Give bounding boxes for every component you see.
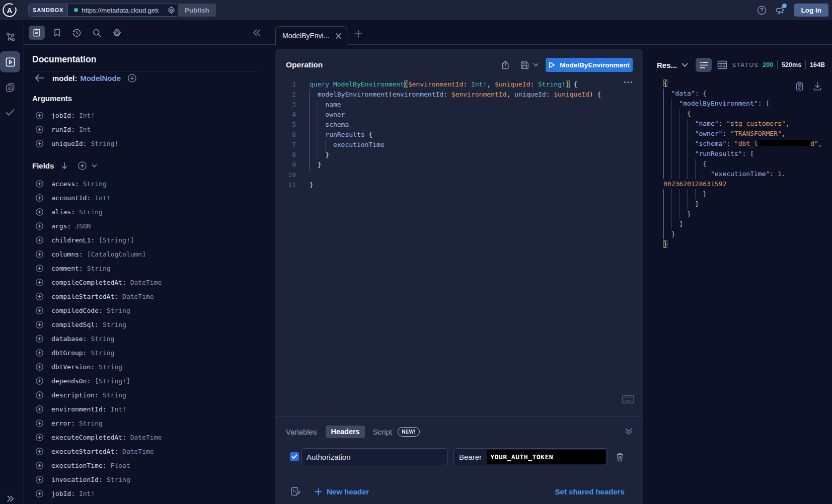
table-view-icon[interactable]	[717, 60, 727, 69]
doc-field-type[interactable]: String	[87, 265, 111, 272]
graph-icon[interactable]	[0, 27, 20, 47]
doc-field-name[interactable]: childrenL1:	[51, 236, 95, 244]
add-to-operation-icon[interactable]	[36, 377, 43, 385]
new-header-button[interactable]: New header	[315, 487, 369, 496]
add-to-operation-icon[interactable]	[36, 180, 43, 188]
add-to-operation-icon[interactable]	[36, 307, 43, 314]
add-to-operation-icon[interactable]	[36, 321, 43, 328]
doc-field-name[interactable]: access:	[51, 180, 79, 188]
doc-field-name[interactable]: environmentId:	[51, 405, 107, 413]
add-to-operation-icon[interactable]	[36, 349, 43, 357]
tab-variables[interactable]: Variables	[286, 428, 317, 436]
copy-response-icon[interactable]	[795, 81, 804, 91]
tab-script[interactable]: Script	[373, 428, 392, 436]
doc-type-link[interactable]: ModelNode	[80, 74, 121, 82]
operation-tab[interactable]: ModelByEnvi...	[275, 26, 347, 45]
response-json[interactable]: { "data": { "modelByEnvironment": [ { "n…	[663, 78, 831, 249]
add-to-operation-icon[interactable]	[36, 265, 43, 272]
doc-field-name[interactable]: executeCompletedAt:	[51, 434, 126, 441]
connection-settings-icon[interactable]	[167, 6, 176, 15]
line-options-icon[interactable]	[624, 81, 633, 83]
add-to-operation-icon[interactable]	[36, 448, 43, 455]
doc-field-type[interactable]: Float	[111, 462, 130, 469]
doc-field-name[interactable]: compiledSql:	[51, 321, 99, 328]
add-to-operation-icon[interactable]	[36, 363, 43, 371]
add-to-operation-icon[interactable]	[36, 335, 43, 343]
doc-field-type[interactable]: Int!	[79, 112, 95, 119]
add-to-operation-icon[interactable]	[36, 462, 43, 469]
run-operation-button[interactable]: ModelByEnvironment	[546, 58, 633, 72]
add-to-operation-icon[interactable]	[36, 476, 43, 483]
doc-field-name[interactable]: compiledCode:	[51, 307, 103, 314]
doc-field-type[interactable]: JSON	[75, 222, 91, 230]
doc-field-type[interactable]: String	[107, 307, 130, 314]
save-icon[interactable]	[520, 60, 539, 70]
doc-field-type[interactable]: String	[99, 363, 122, 371]
doc-field-type[interactable]: String	[79, 208, 103, 216]
doc-field-type[interactable]: String	[103, 321, 126, 328]
formatted-view-icon[interactable]	[696, 58, 712, 72]
search-icon[interactable]	[89, 26, 105, 40]
collapse-dock-icon[interactable]	[625, 428, 633, 436]
doc-field-type[interactable]: DateTime	[122, 448, 154, 455]
add-to-operation-icon[interactable]	[36, 490, 43, 497]
doc-field-type[interactable]: [String!]	[99, 236, 134, 244]
tab-headers[interactable]: Headers	[326, 426, 364, 438]
help-icon[interactable]	[757, 6, 767, 15]
doc-field-name[interactable]: dbtVersion:	[51, 363, 95, 371]
doc-field-type[interactable]: Int!	[95, 194, 110, 202]
doc-field-type[interactable]: String!	[91, 140, 118, 147]
doc-field-name[interactable]: columns:	[51, 250, 83, 258]
doc-field-type[interactable]: Int!	[79, 490, 95, 497]
doc-field-type[interactable]: DateTime	[130, 434, 162, 441]
doc-field-name[interactable]: args:	[51, 222, 71, 230]
add-to-operation-icon[interactable]	[36, 222, 43, 230]
schema-docs-icon[interactable]	[29, 26, 45, 40]
login-button[interactable]: Log in	[794, 4, 829, 17]
add-to-operation-icon[interactable]	[36, 391, 43, 399]
keyboard-shortcuts-icon[interactable]	[622, 395, 634, 403]
doc-field-name[interactable]: description:	[51, 391, 99, 399]
doc-field-name[interactable]: runId:	[51, 126, 75, 133]
doc-field-type[interactable]: [CatalogColumn]	[87, 250, 146, 258]
add-to-operation-icon[interactable]	[36, 279, 43, 286]
bookmarks-icon[interactable]	[49, 26, 65, 40]
doc-field-type[interactable]: String	[91, 335, 114, 343]
expand-rail-icon[interactable]	[0, 488, 20, 504]
doc-field-type[interactable]: Int	[79, 126, 91, 133]
doc-field-type[interactable]: DateTime	[130, 279, 162, 286]
doc-field-type[interactable]: String	[79, 419, 103, 427]
doc-field-name[interactable]: error:	[51, 419, 75, 427]
doc-field-name[interactable]: alias:	[51, 208, 75, 216]
doc-field-name[interactable]: accountId:	[51, 194, 91, 202]
collapse-sidebar-icon[interactable]	[249, 26, 265, 40]
add-to-operation-icon[interactable]	[36, 236, 43, 244]
header-enabled-checkbox[interactable]	[290, 452, 299, 461]
add-to-operation-icon[interactable]	[36, 405, 43, 413]
preflight-script-icon[interactable]	[290, 486, 300, 496]
apollo-logo[interactable]: A	[2, 3, 17, 18]
doc-field-name[interactable]: dependsOn:	[51, 377, 91, 385]
sort-fields-icon[interactable]	[61, 162, 68, 170]
doc-field-type[interactable]: String	[103, 391, 126, 399]
query-editor[interactable]: 1query ModelByEnvironment($environmentId…	[275, 79, 643, 190]
add-to-operation-icon[interactable]	[36, 250, 43, 258]
header-key-input[interactable]	[302, 453, 438, 461]
doc-field-type[interactable]: [String!]	[95, 377, 130, 385]
download-response-icon[interactable]	[813, 81, 822, 91]
doc-field-type[interactable]: DateTime	[122, 293, 154, 300]
doc-field-name[interactable]: jobId:	[51, 490, 75, 497]
doc-field-type[interactable]: String	[83, 180, 107, 188]
add-to-operation-icon[interactable]	[36, 208, 43, 216]
add-field-icon[interactable]	[128, 74, 136, 82]
doc-field-type[interactable]: String	[91, 349, 114, 357]
endpoint-url-input[interactable]: https://metadata.cloud.getdbt.com/graphq…	[82, 7, 159, 14]
doc-field-name[interactable]: uniqueId:	[51, 140, 87, 147]
doc-field-name[interactable]: invocationId:	[51, 476, 103, 483]
set-shared-headers-button[interactable]: Set shared headers	[555, 487, 625, 496]
checks-icon[interactable]	[0, 102, 20, 122]
back-icon[interactable]	[35, 74, 44, 82]
add-to-operation-icon[interactable]	[36, 419, 43, 427]
share-icon[interactable]	[501, 60, 510, 70]
new-tab-icon[interactable]	[354, 29, 363, 38]
